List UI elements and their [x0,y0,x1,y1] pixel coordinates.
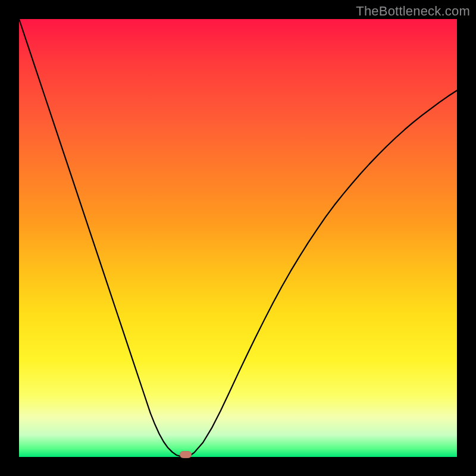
chart-frame: TheBottleneck.com [0,0,476,476]
curve-svg [19,19,457,457]
bottleneck-curve [19,19,457,457]
minimum-marker [180,451,192,458]
plot-area [19,19,457,457]
watermark-text: TheBottleneck.com [356,4,470,19]
